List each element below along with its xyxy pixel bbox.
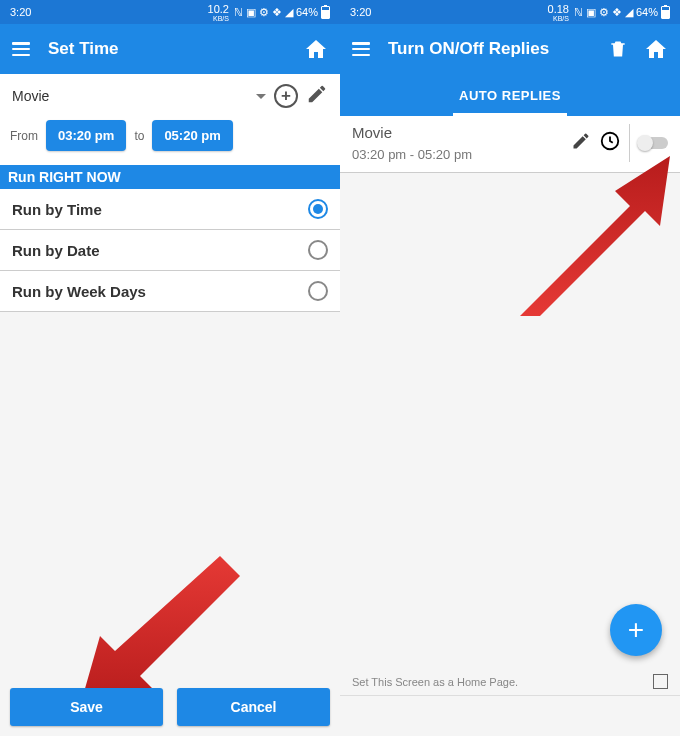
menu-icon[interactable] (352, 42, 370, 56)
radio-selected-icon (308, 199, 328, 219)
screen-set-time: 3:20 10.2 KB/S ℕ ▣ ⚙ ❖ ◢ 64% Set Time Mo… (0, 0, 340, 736)
reply-item-title: Movie (352, 124, 563, 141)
battery-pct: 64% (296, 6, 318, 18)
status-kbs: 0.18 KB/S (548, 3, 569, 22)
status-time: 3:20 (10, 6, 31, 18)
add-profile-button[interactable]: + (274, 84, 298, 108)
run-now-banner[interactable]: Run RIGHT NOW (0, 165, 340, 189)
profile-dropdown-value: Movie (12, 88, 49, 104)
option-run-by-time[interactable]: Run by Time (0, 189, 340, 230)
option-run-by-date[interactable]: Run by Date (0, 230, 340, 271)
wifi-icon: ❖ (272, 6, 282, 19)
from-label: From (10, 129, 38, 143)
reply-text: Movie 03:20 pm - 05:20 pm (352, 124, 563, 162)
status-bar: 3:20 0.18 KB/S ℕ ▣ ⚙ ❖ ◢ 64% (340, 0, 680, 24)
tab-auto-replies[interactable]: AUTO REPLIES (453, 88, 567, 116)
status-time: 3:20 (350, 6, 371, 18)
fab-add-button[interactable]: + (610, 604, 662, 656)
signal-icon: ◢ (285, 6, 293, 19)
clock-icon[interactable] (599, 130, 621, 156)
set-homepage-checkbox[interactable] (653, 674, 668, 689)
status-kbs: 10.2 KB/S (208, 3, 229, 22)
edit-icon[interactable] (571, 131, 591, 155)
profile-dropdown[interactable]: Movie (12, 82, 266, 110)
status-right: 0.18 KB/S ℕ ▣ ⚙ ❖ ◢ 64% (548, 3, 670, 22)
status-right: 10.2 KB/S ℕ ▣ ⚙ ❖ ◢ 64% (208, 3, 330, 22)
status-bar: 3:20 10.2 KB/S ℕ ▣ ⚙ ❖ ◢ 64% (0, 0, 340, 24)
home-icon[interactable] (644, 37, 668, 61)
bottom-button-bar: Save Cancel (0, 688, 340, 726)
trash-icon[interactable] (608, 38, 628, 60)
page-title: Turn ON/Off Replies (388, 39, 590, 59)
wifi-icon: ❖ (612, 6, 622, 19)
page-title: Set Time (48, 39, 286, 59)
time-range-row: From 03:20 pm to 05:20 pm (0, 114, 340, 165)
battery-icon (321, 6, 330, 19)
radio-icon (308, 281, 328, 301)
screen-replies: 3:20 0.18 KB/S ℕ ▣ ⚙ ❖ ◢ 64% Turn ON/Off… (340, 0, 680, 736)
reply-toggle[interactable] (638, 137, 668, 149)
from-time-button[interactable]: 03:20 pm (46, 120, 126, 151)
battery-icon (661, 6, 670, 19)
profile-dropdown-row: Movie + (0, 74, 340, 114)
tab-bar: AUTO REPLIES (340, 74, 680, 116)
cast-icon: ▣ (586, 6, 596, 19)
menu-icon[interactable] (12, 42, 30, 56)
cancel-button[interactable]: Cancel (177, 688, 330, 726)
spacer (0, 312, 340, 736)
nfc-icon: ℕ (574, 6, 583, 19)
battery-pct: 64% (636, 6, 658, 18)
nfc-icon: ℕ (234, 6, 243, 19)
save-button[interactable]: Save (10, 688, 163, 726)
body: Movie 03:20 pm - 05:20 pm + Set This Scr… (340, 116, 680, 736)
radio-icon (308, 240, 328, 260)
set-homepage-label: Set This Screen as a Home Page. (352, 676, 518, 688)
to-time-button[interactable]: 05:20 pm (152, 120, 232, 151)
app-header: Set Time (0, 24, 340, 74)
option-run-by-week[interactable]: Run by Week Days (0, 271, 340, 312)
bug-icon: ⚙ (599, 6, 609, 19)
home-icon[interactable] (304, 37, 328, 61)
chevron-down-icon (256, 94, 266, 99)
to-label: to (134, 129, 144, 143)
edit-profile-button[interactable] (306, 83, 328, 109)
reply-item-time: 03:20 pm - 05:20 pm (352, 147, 563, 162)
bug-icon: ⚙ (259, 6, 269, 19)
reply-item[interactable]: Movie 03:20 pm - 05:20 pm (340, 116, 680, 173)
body: Movie + From 03:20 pm to 05:20 pm Run RI… (0, 74, 340, 736)
cast-icon: ▣ (246, 6, 256, 19)
set-homepage-row: Set This Screen as a Home Page. (340, 668, 680, 696)
reply-item-actions (571, 124, 630, 162)
signal-icon: ◢ (625, 6, 633, 19)
app-header: Turn ON/Off Replies (340, 24, 680, 74)
